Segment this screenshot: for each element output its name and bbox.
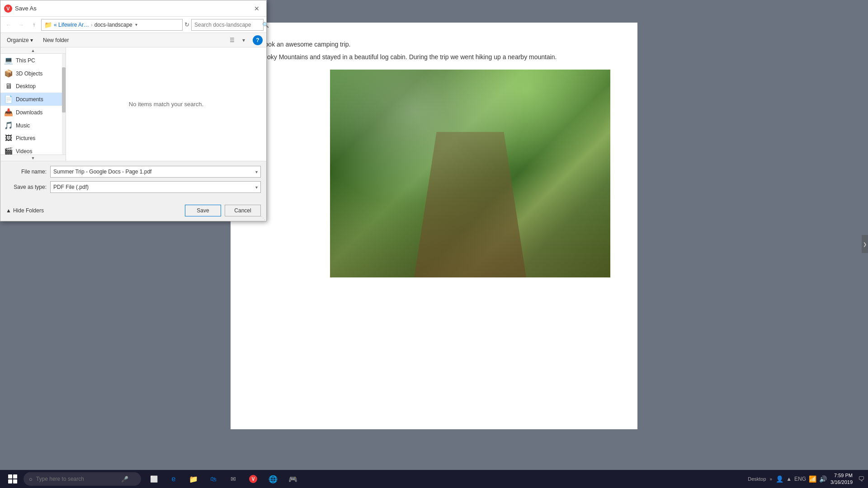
up-button[interactable]: ↑ (28, 19, 39, 30)
dialog-secondary-toolbar: Organize ▾ New folder ☰ ▾ ? (0, 33, 266, 47)
organize-button[interactable]: Organize ▾ (4, 36, 36, 45)
dialog-nav-toolbar: ← → ↑ 📁 « Lifewire Ar… › docs-landscape … (0, 17, 266, 33)
breadcrumb-root[interactable]: « Lifewire Ar… (54, 22, 89, 28)
no-items-message: No items match your search. (129, 101, 203, 108)
nav-item-icon-videos: 🎬 (4, 147, 13, 155)
taskbar-notification-center-icon[interactable]: 🗨 (858, 475, 864, 483)
taskbar-search-box[interactable]: ○ 🎤 (24, 472, 141, 486)
taskbar-network-icon[interactable]: 📶 (809, 475, 816, 483)
taskbar-app-icons: ⬜ e 📁 🛍 ✉ V 🌐 🎮 (145, 470, 302, 488)
resize-handle[interactable]: ⋱ (261, 216, 266, 221)
filename-input[interactable]: Summer Trip - Google Docs - Page 1.pdf ▾ (50, 166, 261, 178)
nav-item-documents[interactable]: 📄Documents (0, 93, 66, 106)
organize-label: Organize ▾ (7, 37, 33, 43)
taskbar-explorer-icon[interactable]: 📁 (184, 470, 203, 488)
taskbar-volume-icon[interactable]: 🔊 (819, 475, 827, 483)
nav-item-icon-desktop: 🖥 (4, 82, 13, 90)
vivaldi-logo: V (4, 5, 12, 13)
filename-dropdown-arrow[interactable]: ▾ (255, 169, 258, 174)
breadcrumb-bar[interactable]: 📁 « Lifewire Ar… › docs-landscape ▾ (41, 19, 183, 31)
new-folder-label: New folder (43, 37, 69, 43)
save-dialog: V Save As ✕ ← → ↑ 📁 « Lifewire Ar… › doc… (0, 0, 267, 221)
nav-scroll-up[interactable]: ▲ (0, 47, 66, 54)
taskbar-edge-icon[interactable]: e (165, 470, 183, 488)
doc-text-2: Smoky Mountains and stayed in a beautifu… (258, 53, 610, 61)
nav-item-label-videos: Videos (16, 148, 57, 155)
view-dropdown-button[interactable]: ▾ (238, 35, 249, 46)
filename-row: File name: Summer Trip - Google Docs - P… (6, 166, 261, 178)
hide-folders-label: Hide Folders (13, 207, 44, 214)
expand-arrow[interactable]: ❯ (862, 235, 868, 253)
nav-scroll-down[interactable]: ▼ (0, 155, 66, 161)
nav-panel: ▲ 💻This PC📦3D Objects🖥Desktop📄Documents📥… (0, 47, 66, 161)
breadcrumb-folder-icon: 📁 (44, 21, 52, 28)
filetype-value: PDF File (.pdf) (53, 184, 255, 190)
help-button[interactable]: ? (253, 35, 263, 45)
filetype-input[interactable]: PDF File (.pdf) ▾ (50, 181, 261, 193)
taskbar-sys-icons: 👤 ▲ ENG 📶 🔊 (776, 475, 827, 483)
cancel-button[interactable]: Cancel (225, 205, 261, 216)
nav-item-music[interactable]: 🎵Music (0, 119, 66, 132)
taskbar-language-icon[interactable]: ENG (794, 476, 806, 482)
nav-item-label-documents: Documents (16, 96, 57, 103)
hide-folders-button[interactable]: ▲ Hide Folders (6, 207, 44, 214)
nav-item-icon-music: 🎵 (4, 121, 13, 130)
taskbar-multitasking-icon[interactable]: ⬜ (145, 470, 163, 488)
taskbar-search-input[interactable] (36, 476, 118, 482)
taskbar-notification-icon[interactable]: ▲ (786, 476, 792, 482)
taskbar-microphone-icon[interactable]: 🎤 (121, 476, 128, 483)
refresh-button[interactable]: ↻ (184, 21, 189, 28)
nav-scrollbar-track[interactable] (62, 54, 66, 155)
filetype-dropdown-arrow[interactable]: ▾ (255, 185, 258, 190)
nav-item-icon-downloads: 📥 (4, 108, 13, 117)
search-box[interactable]: 🔍 (191, 19, 264, 31)
breadcrumb-separator: › (91, 22, 93, 28)
view-list-button[interactable]: ☰ (226, 35, 237, 46)
dialog-buttons-row: ▲ Hide Folders Save Cancel (0, 201, 266, 221)
nav-item-desktop[interactable]: 🖥Desktop (0, 80, 66, 93)
nav-item-icon-this-pc: 💻 (4, 56, 13, 65)
nav-item-icon-documents: 📄 (4, 95, 13, 103)
taskbar-chrome-icon[interactable]: 🌐 (264, 470, 282, 488)
nav-item-label-desktop: Desktop (16, 83, 57, 89)
taskbar-mail-icon[interactable]: ✉ (224, 470, 242, 488)
nav-items-list: 💻This PC📦3D Objects🖥Desktop📄Documents📥Do… (0, 54, 66, 155)
taskbar-time-value: 7:59 PM (830, 472, 853, 479)
nav-item-label-downloads: Downloads (16, 109, 57, 116)
nav-item-downloads[interactable]: 📥Downloads (0, 106, 66, 119)
taskbar-store-icon[interactable]: 🛍 (204, 470, 222, 488)
dialog-title: Save As (15, 5, 251, 12)
image-path-overlay (414, 132, 526, 277)
back-button[interactable]: ← (3, 19, 14, 30)
breadcrumb-current: docs-landscape (94, 22, 132, 28)
action-buttons: Save Cancel (185, 205, 261, 216)
nav-item-this-pc[interactable]: 💻This PC (0, 54, 66, 67)
nav-item-videos[interactable]: 🎬Videos (0, 145, 66, 155)
filename-value: Summer Trip - Google Docs - Page 1.pdf (53, 169, 255, 175)
dialog-close-button[interactable]: ✕ (251, 3, 263, 14)
file-content-area: No items match your search. (66, 47, 266, 161)
nav-item-label-this-pc: This PC (16, 57, 57, 64)
save-button[interactable]: Save (185, 205, 221, 216)
search-icon[interactable]: 🔍 (262, 22, 269, 28)
taskbar-expand-icon[interactable]: » (770, 477, 773, 482)
new-folder-button[interactable]: New folder (39, 36, 72, 45)
nav-scrollbar-thumb[interactable] (62, 67, 66, 113)
dialog-form: File name: Summer Trip - Google Docs - P… (0, 161, 266, 201)
taskbar-search-icon: ○ (29, 476, 33, 483)
breadcrumb-dropdown-arrow[interactable]: ▾ (134, 21, 138, 28)
doc-text-1: e took an awesome camping trip. (258, 41, 610, 48)
nav-item-3d-objects[interactable]: 📦3D Objects (0, 67, 66, 80)
forward-button[interactable]: → (16, 19, 27, 30)
taskbar-vivaldi-icon[interactable]: V (244, 470, 262, 488)
nav-item-label-pictures: Pictures (16, 135, 57, 141)
start-button[interactable] (4, 470, 22, 488)
taskbar-clock[interactable]: 7:59 PM 3/16/2019 (830, 472, 853, 486)
filename-label: File name: (6, 169, 47, 175)
document-page: e took an awesome camping trip. Smoky Mo… (231, 23, 637, 429)
taskbar-people-icon[interactable]: 👤 (776, 475, 783, 483)
nav-item-pictures[interactable]: 🖼Pictures (0, 132, 66, 145)
search-input[interactable] (194, 22, 262, 28)
dialog-titlebar: V Save As ✕ (0, 0, 266, 17)
taskbar-game-icon[interactable]: 🎮 (284, 470, 302, 488)
